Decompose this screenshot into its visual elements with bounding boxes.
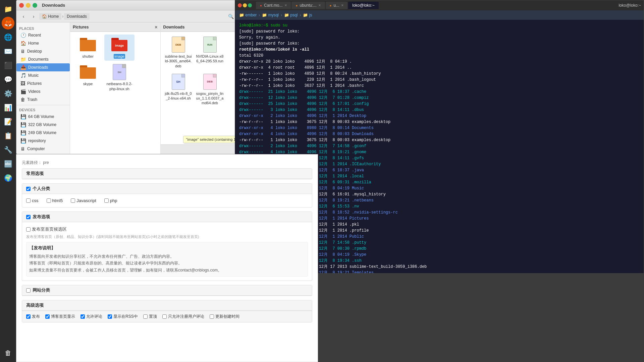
publish-home-checkbox[interactable] xyxy=(26,227,31,232)
tab-cant-close[interactable]: × xyxy=(284,3,287,8)
show-rss-option[interactable]: 显示在RSS中 xyxy=(108,314,138,319)
dock-firefox[interactable]: 🦊 xyxy=(2,17,14,29)
tab-ubuntu2[interactable]: ● u... × xyxy=(326,2,348,9)
tab-ubuntu2-close[interactable]: × xyxy=(341,3,343,8)
breadcrumb-psql[interactable]: 📁 psql xyxy=(284,13,298,17)
tab-cant-label: Cant.mo... xyxy=(264,3,282,8)
publish-checkbox[interactable] xyxy=(26,314,31,319)
tab-loko[interactable]: loko@loko:~ xyxy=(348,2,379,9)
dock-fonts[interactable]: 🔤 xyxy=(2,158,14,170)
show-blog-option[interactable]: 博客首页显示 xyxy=(45,314,75,319)
close-button[interactable] xyxy=(19,3,24,8)
pane-pictures-content: shutter image image xyxy=(70,32,160,154)
forward-button[interactable]: › xyxy=(29,12,38,21)
show-blog-checkbox[interactable] xyxy=(45,314,50,319)
tab-cant[interactable]: ● Cant.mo... × xyxy=(256,2,291,9)
sidebar-item-recent[interactable]: 🕐 Recent xyxy=(16,31,70,39)
minimize-button[interactable] xyxy=(26,3,31,8)
dock-files[interactable]: 📁 xyxy=(2,3,14,15)
list-item[interactable]: RUN NVIDIA-Linux-x86_64-295.59.run xyxy=(195,35,225,70)
dock-skype[interactable]: 💬 xyxy=(2,73,14,86)
sidebar-item-desktop[interactable]: 🖥 Desktop xyxy=(16,47,70,55)
list-item[interactable]: image image xyxy=(104,35,135,61)
list-item[interactable]: SH jdk-8u25-nb-8_0_2-linux-x64.sh xyxy=(163,72,194,108)
update-time-option[interactable]: 更新创建时间 xyxy=(210,314,239,319)
file-sogou-icon: DEB xyxy=(202,74,218,90)
dock-network[interactable]: 🌍 xyxy=(2,172,14,184)
dock-document[interactable]: 📝 xyxy=(2,115,14,128)
html5-checkbox[interactable] xyxy=(47,198,51,203)
dock-tools[interactable]: 🔧 xyxy=(2,143,14,156)
sidebar-item-downloads[interactable]: 📥 Downloads xyxy=(16,63,70,71)
sidebar-item-trash[interactable]: 🗑 Trash xyxy=(16,96,70,104)
pane-pictures-close[interactable]: × xyxy=(155,24,157,30)
list-item[interactable]: SH netbeans-8.0.2-php-linux.sh xyxy=(104,62,135,93)
path-home[interactable]: 🏠 Home xyxy=(39,13,61,20)
sidebar-item-249gb[interactable]: 💾 249 GB Volume xyxy=(16,129,70,137)
terminal-maximize-button[interactable] xyxy=(248,3,252,7)
sidebar-item-pictures[interactable]: 🖼 Pictures xyxy=(16,79,70,87)
maximize-button[interactable] xyxy=(33,3,37,8)
featured-option[interactable]: 置顶 xyxy=(143,314,157,319)
sidebar-item-music[interactable]: 🎵 Music xyxy=(16,71,70,79)
javascript-checkbox[interactable] xyxy=(71,198,75,203)
list-item[interactable]: shutter xyxy=(73,35,103,61)
dock-email[interactable]: ✉️ xyxy=(2,45,14,58)
allow-comment-option[interactable]: 允许评论 xyxy=(80,314,102,319)
list-item[interactable]: skype xyxy=(73,62,103,93)
php-option[interactable]: php xyxy=(104,198,117,203)
update-time-checkbox[interactable] xyxy=(210,314,214,319)
back-button[interactable]: ‹ xyxy=(19,12,28,21)
terminal-minimize-button[interactable] xyxy=(243,3,247,7)
site-category-checkbox[interactable] xyxy=(26,288,31,293)
show-rss-checkbox[interactable] xyxy=(108,314,112,319)
allow-comment-checkbox[interactable] xyxy=(80,314,85,319)
html5-label: html5 xyxy=(52,198,63,203)
dock-spreadsheet[interactable]: 📊 xyxy=(2,101,14,114)
sidebar-item-computer[interactable]: 🖥 Computer xyxy=(16,145,70,153)
dock-settings[interactable]: ⚙️ xyxy=(2,87,14,100)
search-button[interactable]: 🔍 xyxy=(228,14,234,19)
sidebar-item-repo[interactable]: 💾 repository xyxy=(16,137,70,145)
publish-option[interactable]: 发布 xyxy=(26,314,40,319)
publish-home-row: 发布至首页候选区 xyxy=(26,226,308,232)
terminal-close-button[interactable] xyxy=(238,3,242,7)
sidebar-item-64gb[interactable]: 💾 64 GB Volume xyxy=(16,113,70,121)
sidebar-item-home[interactable]: 🏠 Home xyxy=(16,39,70,47)
dock-terminal[interactable]: ⬛ xyxy=(2,59,14,72)
tab-ubuntu1[interactable]: ● ubuntu:... × xyxy=(291,2,325,9)
sidebar-item-recent-label: Recent xyxy=(28,33,41,38)
css-option[interactable]: css xyxy=(26,198,39,203)
terminal-line: drwxr-xr-x 4 loko loko 4096 12月 8 00:03 … xyxy=(239,131,640,137)
breadcrumb-ember[interactable]: 📁 ember xyxy=(239,13,257,17)
featured-checkbox[interactable] xyxy=(143,314,148,319)
breadcrumb-js[interactable]: 📁 js xyxy=(303,13,312,17)
path-downloads[interactable]: Downloads xyxy=(64,13,89,20)
sidebar-item-videos[interactable]: 🎬 Videos xyxy=(16,87,70,96)
sidebar-item-desktop-label: Desktop xyxy=(27,49,42,54)
terminal-line: drwx------ 2 loko loko 4096 12月 7 14:58 … xyxy=(239,143,640,149)
sidebar-item-322gb[interactable]: 💾 322 GB Volume xyxy=(16,121,70,129)
css-checkbox[interactable] xyxy=(26,198,31,203)
no-login-comment-option[interactable]: 只允许注册用户评论 xyxy=(162,314,204,319)
no-login-comment-checkbox[interactable] xyxy=(162,314,167,319)
dock-trash[interactable]: 🗑 xyxy=(2,347,14,359)
breadcrumb-mysql[interactable]: 📁 mysql xyxy=(262,13,279,17)
list-item[interactable]: DEB sublime-text_build-3065_amd64.deb xyxy=(163,35,194,70)
list-item[interactable]: DEB sogou_pinyin_linux_1.1.0.0037_amd64.… xyxy=(195,72,225,108)
file-netbeans-icon: SH xyxy=(111,64,127,80)
tab-ubuntu1-close[interactable]: × xyxy=(319,3,321,8)
javascript-option[interactable]: Javascript xyxy=(71,198,96,203)
computer-icon: 🖥 xyxy=(20,146,25,152)
terminal-line: [sudo] password for loko: xyxy=(239,28,640,35)
personal-category-checkbox[interactable] xyxy=(26,187,31,191)
publish-home-option[interactable]: 发布至首页候选区 xyxy=(26,226,308,232)
sidebar-item-documents-label: Documents xyxy=(28,57,49,62)
publish-section-checkbox[interactable] xyxy=(26,215,31,219)
php-checkbox[interactable] xyxy=(104,198,109,203)
dock-chrome[interactable]: 🌐 xyxy=(2,31,14,44)
html5-option[interactable]: html5 xyxy=(47,198,63,203)
dock-presentation[interactable]: 📋 xyxy=(2,129,14,142)
terminal-line: -rw------- 1 loko loko 4850 12月 8 00:24 … xyxy=(239,71,640,77)
sidebar-item-documents[interactable]: 📁 Documents xyxy=(16,55,70,63)
